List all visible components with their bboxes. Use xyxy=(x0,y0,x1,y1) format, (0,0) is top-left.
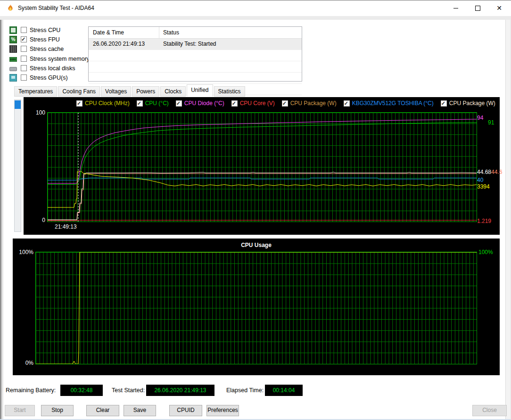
tab-powers[interactable]: Powers xyxy=(132,86,159,97)
vertical-scrollbar[interactable] xyxy=(505,16,511,419)
usage-min-label: 0% xyxy=(15,360,33,366)
minimize-button[interactable] xyxy=(445,0,467,16)
cell-datetime: 26.06.2020 21:49:13 xyxy=(93,41,145,47)
value-label-cpu-core-v: 1.219 xyxy=(477,218,491,224)
column-header-status[interactable]: Status xyxy=(163,29,179,36)
aida64-flame-icon xyxy=(7,4,14,12)
legend-item-cpu-package-w2[interactable]: CPU Package (W) xyxy=(441,100,495,107)
y-axis-max-label: 100 xyxy=(32,109,45,116)
cpu-usage-chart: CPU Usage 100% 0% 100% xyxy=(13,239,500,375)
column-divider[interactable] xyxy=(159,27,159,38)
start-button[interactable]: Start xyxy=(5,405,35,416)
unified-series-lines xyxy=(48,113,477,222)
tab-unified[interactable]: Unified xyxy=(187,84,213,97)
value-label-cpu-temp: 91 xyxy=(488,119,494,126)
cpu-usage-plot-area xyxy=(35,252,477,364)
table-row-empty xyxy=(89,50,302,61)
event-log-table[interactable]: Date & Time Status 26.06.2020 21:49:13 S… xyxy=(88,26,302,82)
cpu-usage-title: CPU Usage xyxy=(13,242,500,248)
legend-checkbox[interactable] xyxy=(76,100,82,107)
x-axis-time-label: 21:49:13 xyxy=(55,223,77,230)
tab-clocks[interactable]: Clocks xyxy=(160,86,186,97)
hard-disk-icon xyxy=(9,67,17,71)
stress-fpu-checkbox[interactable] xyxy=(21,36,27,42)
legend-checkbox[interactable] xyxy=(231,100,238,107)
slider-thumb[interactable] xyxy=(15,100,21,109)
close-button[interactable]: Close xyxy=(472,405,507,416)
stress-disks-label: Stress local disks xyxy=(30,65,75,72)
cpuid-button[interactable]: CPUID xyxy=(169,405,202,416)
save-button[interactable]: Save xyxy=(124,405,156,416)
cpu-chip-icon xyxy=(9,26,17,34)
test-started-value: 26.06.2020 21:49:13 xyxy=(146,385,214,396)
system-stability-test-window: System Stability Test - AIDA64 ✕ Stress … xyxy=(0,0,511,420)
value-label-ssd-temp: 40 xyxy=(477,177,483,183)
unified-sensor-chart: CPU Clock (MHz) CPU (°C) CPU Diode (°C) … xyxy=(24,97,500,235)
stress-option-row: Stress local disks xyxy=(9,64,75,72)
y-axis-min-label: 0 xyxy=(32,217,45,223)
stress-cache-label: Stress cache xyxy=(30,46,64,52)
stress-cpu-checkbox[interactable] xyxy=(21,27,27,33)
cpu-usage-line xyxy=(36,252,477,364)
tab-statistics[interactable]: Statistics xyxy=(214,86,245,97)
preferences-button[interactable]: Preferences xyxy=(206,405,239,416)
title-bar[interactable]: System Stability Test - AIDA64 ✕ xyxy=(0,0,511,16)
table-row-empty xyxy=(89,73,302,84)
close-icon: ✕ xyxy=(496,5,502,11)
stop-button[interactable]: Stop xyxy=(41,405,74,416)
cell-status: Stability Test: Started xyxy=(163,41,216,47)
usage-max-label: 100% xyxy=(15,249,33,255)
legend-item-cpu-package-w[interactable]: CPU Package (W) xyxy=(282,100,337,107)
legend-checkbox[interactable] xyxy=(176,100,182,107)
remaining-battery-label: Remaining Battery: xyxy=(6,387,56,394)
window-left-border-inner xyxy=(1,16,3,420)
stress-option-row: Stress system memory xyxy=(9,55,90,63)
window-title: System Stability Test - AIDA64 xyxy=(18,5,94,11)
stress-memory-label: Stress system memory xyxy=(30,56,90,62)
table-row-empty xyxy=(89,61,302,73)
legend-item-cpu-temp[interactable]: CPU (°C) xyxy=(137,100,169,107)
tab-temperatures[interactable]: Temperatures xyxy=(14,86,57,97)
stress-cache-checkbox[interactable] xyxy=(21,46,27,52)
stress-memory-checkbox[interactable] xyxy=(21,56,27,62)
legend-checkbox[interactable] xyxy=(137,100,143,107)
stress-disks-checkbox[interactable] xyxy=(21,65,27,71)
minimize-icon xyxy=(453,8,458,8)
legend-item-cpu-core-v[interactable]: CPU Core (V) xyxy=(231,100,275,107)
chart-legend: CPU Clock (MHz) CPU (°C) CPU Diode (°C) … xyxy=(76,100,495,107)
legend-item-toshiba-ssd[interactable]: KBG30ZMV512G TOSHIBA (°C) xyxy=(344,100,434,107)
test-started-label: Test Started: xyxy=(112,387,145,394)
tab-voltages[interactable]: Voltages xyxy=(101,86,131,97)
clear-button[interactable]: Clear xyxy=(86,405,119,416)
stress-gpu-checkbox[interactable] xyxy=(21,74,27,81)
stress-option-row: Stress GPU(s) xyxy=(9,74,68,82)
chart-tabs: Temperatures Cooling Fans Voltages Power… xyxy=(14,85,246,97)
stress-cpu-label: Stress CPU xyxy=(30,27,60,33)
usage-right-label: 100% xyxy=(478,249,493,255)
maximize-icon xyxy=(475,6,480,11)
stress-fpu-label: Stress FPU xyxy=(30,36,60,43)
value-label-cpu-package2: 44.6 xyxy=(491,169,502,175)
stress-option-row: Stress CPU xyxy=(9,26,60,34)
legend-checkbox[interactable] xyxy=(282,100,288,107)
chart-scale-slider[interactable] xyxy=(14,99,21,232)
stress-option-row: % Stress FPU xyxy=(9,35,60,43)
titlebar-separator xyxy=(0,16,511,20)
stress-gpu-label: Stress GPU(s) xyxy=(30,74,68,81)
table-row[interactable]: 26.06.2020 21:49:13 Stability Test: Star… xyxy=(89,39,302,50)
close-window-button[interactable]: ✕ xyxy=(488,0,510,16)
value-label-cpu-package: 44.68 xyxy=(477,169,491,175)
legend-item-cpu-diode[interactable]: CPU Diode (°C) xyxy=(176,100,224,107)
legend-checkbox[interactable] xyxy=(344,100,350,107)
value-label-cpu-diode: 94 xyxy=(477,115,483,121)
maximize-button[interactable] xyxy=(467,0,488,16)
memory-module-icon xyxy=(9,57,17,62)
fpu-chip-icon: % xyxy=(9,36,17,43)
tab-cooling-fans[interactable]: Cooling Fans xyxy=(58,86,100,97)
remaining-battery-value: 00:32:48 xyxy=(60,385,103,396)
legend-checkbox[interactable] xyxy=(441,100,447,107)
cache-chip-icon xyxy=(9,45,17,53)
legend-item-cpu-clock[interactable]: CPU Clock (MHz) xyxy=(76,100,130,107)
column-header-datetime[interactable]: Date & Time xyxy=(93,29,124,36)
unified-plot-area xyxy=(47,112,477,222)
